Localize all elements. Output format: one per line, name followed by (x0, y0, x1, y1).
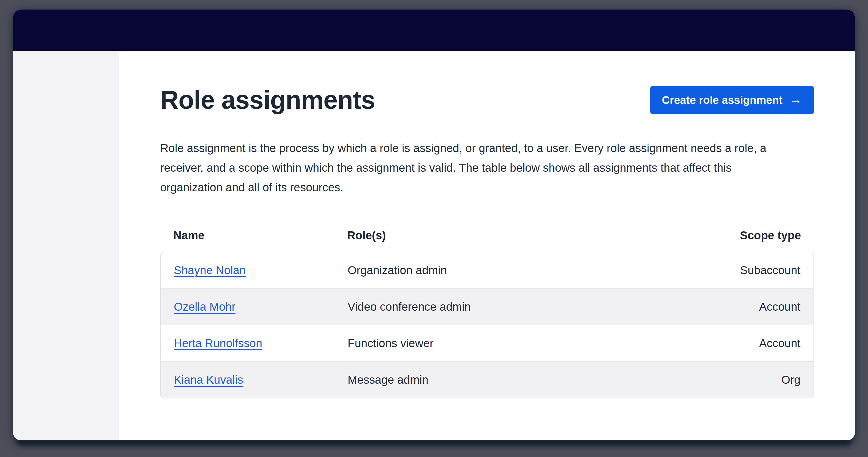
table-row: Shayne Nolan Organization admin Subaccou… (161, 252, 813, 288)
column-header-scope: Scope type (645, 229, 814, 242)
name-link[interactable]: Shayne Nolan (174, 264, 246, 277)
page-title: Role assignments (160, 86, 375, 115)
name-cell: Kiana Kuvalis (161, 373, 348, 387)
name-link[interactable]: Ozella Mohr (174, 300, 236, 313)
role-cell: Functions viewer (348, 337, 645, 350)
role-cell: Organization admin (348, 264, 645, 277)
column-header-name: Name (160, 229, 347, 242)
name-cell: Shayne Nolan (161, 264, 348, 277)
table-row: Herta Runolfsson Functions viewer Accoun… (161, 325, 813, 361)
scope-cell: Account (645, 337, 813, 350)
page-header: Role assignments Create role assignment … (160, 86, 814, 115)
arrow-right-icon: → (789, 93, 802, 106)
role-cell: Message admin (348, 373, 645, 387)
create-role-assignment-button[interactable]: Create role assignment → (650, 86, 814, 114)
scope-cell: Account (645, 300, 813, 313)
name-link[interactable]: Herta Runolfsson (174, 337, 262, 349)
table-header-row: Name Role(s) Scope type (160, 224, 814, 246)
app-header-bar (13, 9, 855, 51)
name-cell: Herta Runolfsson (161, 337, 348, 350)
column-header-roles: Role(s) (347, 229, 645, 242)
name-cell: Ozella Mohr (161, 300, 348, 313)
role-cell: Video conference admin (348, 300, 645, 313)
desktop-background: Role assignments Create role assignment … (0, 0, 868, 457)
page-description: Role assignment is the process by which … (160, 139, 814, 197)
name-link[interactable]: Kiana Kuvalis (174, 373, 243, 386)
description-line: receiver, and a scope within which the a… (160, 158, 814, 178)
scope-cell: Subaccount (645, 264, 813, 277)
main-content: Role assignments Create role assignment … (119, 51, 855, 440)
description-line: organization and all of its resources. (160, 178, 814, 197)
description-line: Role assignment is the process by which … (160, 139, 814, 158)
sidebar (13, 51, 119, 440)
create-button-label: Create role assignment (662, 95, 782, 105)
scope-cell: Org (645, 373, 813, 387)
table-row: Kiana Kuvalis Message admin Org (161, 361, 813, 398)
role-assignments-table: Shayne Nolan Organization admin Subaccou… (160, 252, 814, 398)
table-row: Ozella Mohr Video conference admin Accou… (161, 288, 813, 325)
app-body: Role assignments Create role assignment … (13, 51, 855, 440)
app-window: Role assignments Create role assignment … (13, 9, 855, 440)
